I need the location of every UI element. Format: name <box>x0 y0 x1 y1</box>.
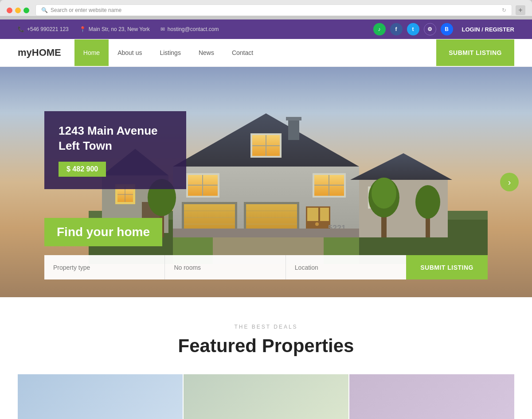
email-item: ✉ hosting@contact.com <box>160 26 219 32</box>
property-title: 1243 Main Avenue Left Town <box>59 124 172 154</box>
featured-title: Featured Properties <box>18 335 514 357</box>
nav-link-home[interactable]: Home <box>74 39 109 66</box>
featured-section: THE BEST DEALS Featured Properties HOUSE… <box>0 297 532 419</box>
logo: myHOME <box>18 39 61 66</box>
phone-icon: 📞 <box>18 26 24 32</box>
search-bar: SUBMIT LISTING <box>44 255 488 279</box>
minimize-button[interactable] <box>15 8 21 13</box>
hero-next-arrow[interactable]: › <box>500 173 519 191</box>
svg-point-53 <box>372 178 396 209</box>
location-input[interactable] <box>286 255 406 279</box>
twitter-icon[interactable]: t <box>407 23 419 35</box>
property-card-2[interactable]: HOUSE FOR RENT <box>184 374 348 419</box>
svg-marker-44 <box>350 153 452 180</box>
property-price: $ 482 900 <box>59 162 106 177</box>
facebook-icon[interactable]: f <box>390 23 403 35</box>
chevron-right-icon: › <box>508 177 511 187</box>
logo-home: HOME <box>32 47 61 58</box>
search-icon: 🔍 <box>41 7 48 13</box>
browser-buttons: 🔍 Search or enter website name ↻ + <box>7 4 525 16</box>
behance-icon[interactable]: B <box>441 23 453 35</box>
svg-rect-38 <box>307 208 318 221</box>
nav-link-about[interactable]: About us <box>109 39 151 66</box>
maximize-button[interactable] <box>23 8 29 13</box>
property-card-3[interactable]: HOUSE FOR SALE <box>349 374 514 419</box>
address-bar[interactable]: 🔍 Search or enter website name ↻ <box>35 4 512 16</box>
reload-icon[interactable]: ↻ <box>502 7 506 13</box>
nav-link-contact[interactable]: Contact <box>223 39 262 66</box>
find-home-banner: Find your home <box>44 218 162 246</box>
no-rooms-input[interactable] <box>165 255 286 279</box>
svg-rect-39 <box>320 208 329 221</box>
address-item: 📍 Main Str, no 23, New York <box>79 26 150 32</box>
property-type-input[interactable] <box>44 255 165 279</box>
property-card: 1243 Main Avenue Left Town $ 482 900 <box>44 111 186 189</box>
svg-rect-12 <box>286 117 301 120</box>
svg-rect-42 <box>173 229 359 237</box>
property-card-1[interactable]: HOUSE FOR SALE <box>18 374 183 419</box>
location-pin-icon: 📍 <box>79 26 86 32</box>
svg-point-40 <box>315 222 319 226</box>
email-icon: ✉ <box>160 26 165 32</box>
address-text: Main Str, no 23, New York <box>89 26 150 32</box>
top-bar-left: 📞 +546 990221 123 📍 Main Str, no 23, New… <box>18 26 219 32</box>
browser-chrome: 🔍 Search or enter website name ↻ + <box>0 0 532 16</box>
phone-item: 📞 +546 990221 123 <box>18 26 69 32</box>
nav-link-news[interactable]: News <box>190 39 223 66</box>
search-submit-button[interactable]: SUBMIT LISTING <box>406 255 488 279</box>
login-register-link[interactable]: LOGIN / REGISTER <box>462 26 514 33</box>
svg-rect-11 <box>288 118 299 140</box>
close-button[interactable] <box>7 8 12 13</box>
logo-my: my <box>18 47 32 58</box>
settings-icon[interactable]: ⚙ <box>424 23 436 35</box>
spotify-icon[interactable]: ♪ <box>373 23 386 35</box>
hero-section: 5221 1243 Main Avenue Lef <box>0 67 532 297</box>
main-nav: myHOME Home About us Listings News Conta… <box>0 39 532 67</box>
properties-row: HOUSE FOR SALE HOUSE FOR RENT HOUSE FOR … <box>18 374 514 419</box>
nav-link-listings[interactable]: Listings <box>151 39 189 66</box>
phone-number: +546 990221 123 <box>27 26 69 32</box>
email-text: hosting@contact.com <box>168 26 219 32</box>
featured-subtitle: THE BEST DEALS <box>18 324 514 330</box>
top-bar-right: ♪ f t ⚙ B LOGIN / REGISTER <box>373 23 514 35</box>
svg-point-55 <box>415 185 440 219</box>
new-tab-button[interactable]: + <box>516 5 525 15</box>
top-bar: 📞 +546 990221 123 📍 Main Str, no 23, New… <box>0 19 532 39</box>
website: 📞 +546 990221 123 📍 Main Str, no 23, New… <box>0 19 532 419</box>
nav-links: Home About us Listings News Contact <box>74 39 436 66</box>
nav-submit-listing-button[interactable]: SUBMIT LISTING <box>436 39 514 66</box>
address-bar-text: Search or enter website name <box>51 7 121 13</box>
